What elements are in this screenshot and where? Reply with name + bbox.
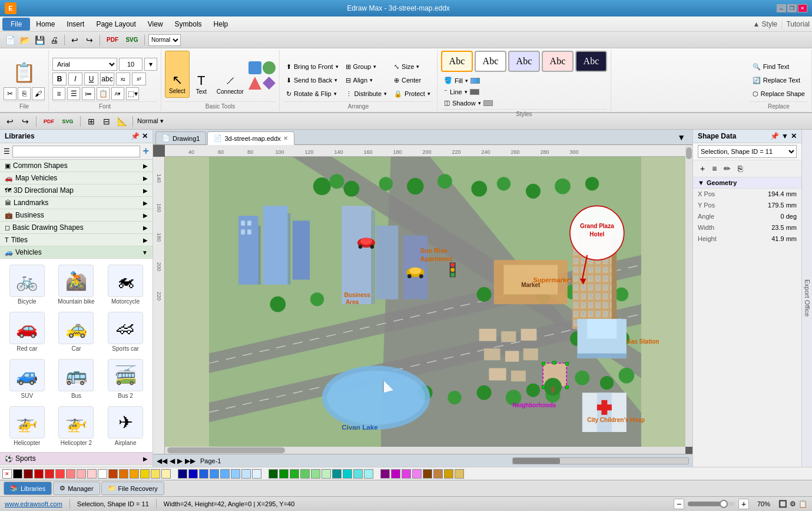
- format-painter[interactable]: 🖌: [32, 87, 45, 100]
- paste-button[interactable]: 📋: [4, 57, 45, 86]
- tab-3d-street-map[interactable]: 📄 3d-street-map.eddx ✕: [207, 131, 294, 145]
- shape-motorcycle[interactable]: 🏍 Motorcycle: [102, 262, 149, 307]
- line-button[interactable]: ⁻ Line ▾: [441, 87, 496, 97]
- tutorial-link[interactable]: Tutorial: [786, 20, 810, 28]
- tab-collapse-button[interactable]: ▼: [672, 133, 690, 142]
- align-left-button[interactable]: ≡: [52, 87, 65, 100]
- color-dark-green[interactable]: [269, 469, 278, 479]
- menu-view[interactable]: View: [142, 18, 169, 31]
- color-yellow[interactable]: [140, 469, 150, 479]
- lib-category-map-vehicles[interactable]: 🚗 Map Vehicles ▶: [0, 172, 153, 184]
- geometry-section-header[interactable]: ▼ Geometry: [693, 177, 801, 189]
- strikethrough-button[interactable]: abc: [100, 72, 114, 85]
- snap-toggle[interactable]: ⊟: [100, 115, 113, 128]
- color-light-green[interactable]: [311, 469, 320, 479]
- view-undo-btn[interactable]: ↩: [4, 115, 16, 128]
- color-pale-blue[interactable]: [241, 469, 251, 479]
- color-black[interactable]: [13, 469, 22, 479]
- shape-suv[interactable]: 🚙 SUV: [4, 357, 51, 401]
- center-button[interactable]: ⊕ Center: [391, 74, 433, 87]
- color-red3[interactable]: [55, 469, 65, 479]
- lib-category-drawing[interactable]: ◻ Basic Drawing Shapes ▶: [0, 222, 153, 234]
- redo-button[interactable]: ↪: [83, 34, 96, 47]
- menu-home[interactable]: Home: [30, 18, 61, 31]
- color-violet[interactable]: [391, 469, 400, 479]
- lib-category-vehicles[interactable]: 🚙 Vehicles ▼: [0, 246, 153, 259]
- lib-category-titles[interactable]: T Titles ▶: [0, 234, 153, 246]
- shape-mountain-bike[interactable]: 🚵 Mountain bike: [53, 262, 100, 307]
- view-redo-btn[interactable]: ↪: [19, 115, 32, 128]
- send-to-back-button[interactable]: ⬇ Send to Back ▾: [283, 74, 342, 87]
- view-pdf[interactable]: PDF: [41, 115, 57, 128]
- group-button[interactable]: ⊞ Group ▾: [343, 60, 390, 73]
- shape-data-dropdown[interactable]: Selection, Shape ID = 11: [698, 145, 797, 158]
- color-very-pale-blue[interactable]: [252, 469, 261, 479]
- shape-red-car[interactable]: 🚗 Red car: [4, 309, 51, 354]
- color-pale-cyan[interactable]: [364, 469, 373, 479]
- lib-add-button[interactable]: +: [142, 145, 149, 157]
- size-button[interactable]: ⤡ Size ▾: [391, 60, 433, 73]
- lib-menu-button[interactable]: ☰: [4, 147, 10, 156]
- minimize-button[interactable]: –: [777, 4, 786, 12]
- undo-button[interactable]: ↩: [68, 34, 81, 47]
- lib-close-button[interactable]: ✕: [142, 132, 148, 140]
- color-sky-blue[interactable]: [220, 469, 230, 479]
- svg-button[interactable]: SVG: [123, 34, 141, 47]
- menu-help[interactable]: Help: [208, 18, 234, 31]
- underline-button[interactable]: U: [84, 72, 98, 85]
- find-text-button[interactable]: 🔍 Find Text: [750, 60, 808, 73]
- no-fill-swatch[interactable]: ✕: [2, 469, 12, 479]
- style-link[interactable]: ▲ Style: [753, 20, 777, 28]
- color-medium-green[interactable]: [300, 469, 310, 479]
- tab-file-recovery[interactable]: 📁 File Recovery: [101, 482, 164, 495]
- print-button[interactable]: 🖨: [48, 34, 61, 47]
- lib-category-landmarks[interactable]: 🏛 Landmarks ▶: [0, 197, 153, 209]
- protect-button[interactable]: 🔒 Protect ▾: [391, 87, 433, 100]
- copy-button[interactable]: ⎘: [18, 87, 31, 100]
- color-light-blue[interactable]: [231, 469, 240, 479]
- menu-page-layout[interactable]: Page Layout: [90, 18, 141, 31]
- color-teal[interactable]: [332, 469, 342, 479]
- color-dark-orange[interactable]: [108, 469, 118, 479]
- zoom-slider[interactable]: [688, 502, 735, 506]
- shadow-button[interactable]: ◫ Shadow ▾: [441, 98, 496, 108]
- fill-button[interactable]: 🪣 Fill ▾: [441, 75, 496, 85]
- connector-tool-button[interactable]: ⟋ Connector: [213, 51, 247, 98]
- menu-file[interactable]: File: [2, 18, 30, 31]
- new-button[interactable]: 📄: [4, 34, 16, 47]
- color-pale-yellow[interactable]: [161, 469, 171, 479]
- shape-helicopter2[interactable]: 🚁 Helicopter 2: [53, 404, 100, 449]
- numbering-button[interactable]: 📋: [97, 87, 110, 100]
- ruler-toggle[interactable]: 📐: [115, 115, 128, 128]
- pdf-button[interactable]: PDF: [104, 34, 121, 47]
- color-khaki[interactable]: [455, 469, 464, 479]
- shape-tool-3[interactable]: [248, 77, 261, 90]
- select-tool-button[interactable]: ↖ Select: [165, 51, 190, 98]
- lib-pin-button[interactable]: 📌: [131, 132, 140, 140]
- color-dark-red[interactable]: [24, 469, 33, 479]
- color-pink[interactable]: [66, 469, 75, 479]
- color-light-yellow[interactable]: [151, 469, 160, 479]
- sd-edit-button[interactable]: ✏: [721, 163, 733, 174]
- replace-shape-button[interactable]: ⬡ Replace Shape: [750, 87, 808, 100]
- color-blue[interactable]: [199, 469, 208, 479]
- distribute-button[interactable]: ⋮ Distribute ▾: [343, 87, 390, 100]
- color-red2[interactable]: [45, 469, 54, 479]
- view-svg[interactable]: SVG: [59, 115, 76, 128]
- color-light-cyan[interactable]: [353, 469, 363, 479]
- nav-first-btn[interactable]: ◀◀: [157, 457, 167, 465]
- lib-search-input[interactable]: [12, 146, 140, 157]
- tab-close-icon[interactable]: ✕: [283, 135, 288, 141]
- cut-button[interactable]: ✂: [4, 87, 16, 100]
- lib-category-sports[interactable]: ⚽ Sports ▶: [0, 453, 153, 465]
- view-options[interactable]: Normal: [148, 34, 181, 46]
- export-office-sidebar[interactable]: Export Office: [801, 130, 812, 467]
- font-size-input[interactable]: [119, 58, 142, 71]
- nav-last-btn[interactable]: ▶▶: [185, 457, 195, 465]
- color-green[interactable]: [290, 469, 299, 479]
- h-scroll-area[interactable]: [512, 457, 689, 464]
- open-button[interactable]: 📂: [18, 34, 31, 47]
- style-preset-4[interactable]: Abc: [542, 51, 574, 72]
- sd-expand-button[interactable]: ▼: [781, 132, 788, 140]
- website-url[interactable]: www.edrawsoft.com: [5, 500, 62, 507]
